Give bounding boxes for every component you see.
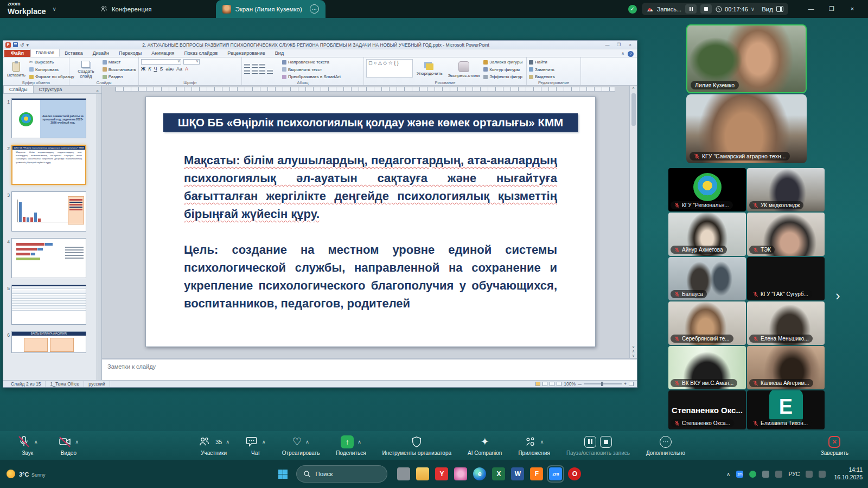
layout-button[interactable]: Макет (103, 60, 136, 65)
justify-icon[interactable] (267, 70, 273, 75)
slide-thumbnail-1[interactable]: 1 Анализ совместной работы за прошлый го… (4, 98, 98, 138)
numbering-icon[interactable] (252, 64, 258, 69)
tray-keyboard-icon[interactable] (806, 471, 813, 478)
font-name-select[interactable] (141, 59, 181, 65)
ppt-close-button[interactable]: × (626, 42, 635, 47)
timer-chevron-icon[interactable]: ∨ (751, 6, 755, 12)
reset-button[interactable]: Восстановить (103, 67, 136, 72)
section-button[interactable]: Раздел (103, 74, 136, 79)
quickaccess-chevron-icon[interactable]: ▾ (27, 42, 29, 48)
minimize-button[interactable]: — (801, 5, 821, 12)
bullets-icon[interactable] (244, 64, 250, 69)
select-button[interactable]: Выделить (529, 74, 555, 79)
ribbon-collapse-icon[interactable]: ∧ (621, 51, 624, 57)
scroll-thumb[interactable] (631, 93, 636, 126)
align-text-button[interactable]: Выровнять текст (282, 67, 341, 72)
apps-chevron-icon[interactable]: ∧ (540, 439, 544, 445)
scroll-up-icon[interactable]: ∧ (632, 86, 635, 90)
video-tile[interactable]: Балауса (668, 257, 746, 300)
video-tile[interactable]: КГУ "ГАК" Сугурб... (747, 257, 825, 300)
paste-button[interactable]: Вставить (5, 59, 27, 80)
tab-review[interactable]: Рецензирование (222, 50, 270, 57)
shape-fill-button[interactable]: Заливка фигуры (483, 60, 522, 65)
taskbar-clock[interactable]: 14:11 16.10.2025 (834, 466, 863, 481)
pane-tab-slides[interactable]: Слайды (3, 86, 34, 93)
taskbar-app-window[interactable] (397, 467, 410, 480)
tab-design[interactable]: Дизайн (88, 50, 114, 57)
indent-icon[interactable] (259, 64, 265, 69)
taskbar-app-excel[interactable]: X (492, 467, 505, 480)
align-left-icon[interactable] (244, 70, 250, 75)
shapes-gallery[interactable]: ◻ ○ △ ◇ ☆ { } (366, 59, 413, 78)
video-tile[interactable]: Е Елизавета Тихон... (747, 390, 825, 429)
participants-chevron-icon[interactable]: ∧ (226, 439, 229, 445)
video-tile[interactable]: Елена Меньшико... (747, 301, 825, 345)
pause-recording-button[interactable] (685, 4, 697, 14)
font-size-select[interactable] (183, 59, 200, 65)
zoom-slider[interactable] (584, 383, 622, 384)
record-control-button[interactable]: Пауза/остановить запись (561, 431, 635, 460)
next-slide-icon[interactable]: ∨ (632, 354, 635, 358)
italic-button[interactable]: К (148, 66, 151, 72)
video-button[interactable]: ∧ Видео (53, 431, 85, 460)
start-button[interactable] (278, 470, 288, 479)
chat-chevron-icon[interactable]: ∧ (262, 439, 266, 445)
smartart-button[interactable]: Преобразовать в SmartArt (282, 74, 341, 79)
share-button[interactable]: ↑ ∧ Поделиться (330, 431, 371, 460)
view-reading-button[interactable] (550, 382, 554, 386)
tab-view[interactable]: Вид (270, 50, 289, 57)
scroll-down-icon[interactable]: ∨ (632, 345, 635, 349)
tray-mic-icon[interactable] (775, 471, 782, 478)
taskbar-search[interactable]: Поиск (296, 465, 387, 483)
shape-effects-button[interactable]: Эффекты фигур (483, 74, 522, 79)
view-button[interactable]: Вид (762, 6, 783, 12)
tab-slideshow[interactable]: Показ слайдов (179, 50, 222, 57)
video-chevron-icon[interactable]: ∧ (75, 439, 79, 445)
tab-conference[interactable]: Конференция (100, 5, 152, 13)
audio-chevron-icon[interactable]: ∧ (34, 439, 38, 445)
share-chevron-icon[interactable]: ∧ (358, 439, 361, 445)
taskbar-app-yandex[interactable]: Y (435, 467, 448, 480)
notes-pane[interactable]: Заметки к слайду (102, 358, 637, 381)
view-slideshow-button[interactable] (557, 382, 561, 386)
close-button[interactable]: × (842, 5, 863, 12)
language-indicator[interactable]: РУС (788, 471, 800, 477)
participants-button[interactable]: 35 ∧ Участники (193, 431, 235, 460)
video-tile[interactable]: КГУ "Самарский аграрно-техн... (686, 94, 807, 163)
ppt-maximize-button[interactable]: ❐ (614, 42, 623, 47)
video-tile[interactable]: Айнур Ахметова (668, 213, 746, 256)
slide-thumbnail-3[interactable]: 3 (4, 191, 98, 232)
video-tile[interactable]: Серебрянский те... (668, 301, 746, 345)
tab-transitions[interactable]: Переходы (114, 50, 146, 57)
arrange-button[interactable]: Упорядочить (415, 59, 444, 80)
strikethrough-button[interactable]: abc (165, 66, 174, 72)
help-icon[interactable]: ? (628, 51, 634, 57)
taskbar-app-explorer[interactable] (416, 467, 429, 480)
stop-record-icon[interactable] (600, 436, 612, 448)
shape-outline-button[interactable]: Контур фигуры (483, 67, 522, 72)
shadow-button[interactable]: S (159, 66, 163, 72)
react-button[interactable]: ♡ ∧ Отреагировать (277, 431, 326, 460)
tab-insert[interactable]: Вставка (60, 50, 87, 57)
stop-recording-button[interactable] (700, 4, 712, 14)
font-color-button[interactable]: А (185, 66, 188, 72)
host-tools-button[interactable]: Инструменты организатора (377, 431, 457, 460)
ppt-minimize-button[interactable]: — (603, 42, 612, 47)
tab-screen-share[interactable]: Экран (Лилия Куземко) ⋯ (216, 0, 326, 18)
more-button[interactable]: ⋯ Дополнительно (641, 431, 691, 460)
video-tile-active-speaker[interactable]: Лилия Куземко (686, 24, 807, 93)
taskbar-app-opera[interactable]: O (568, 467, 581, 480)
tray-chevron-up-icon[interactable]: ∧ (726, 471, 730, 477)
view-normal-button[interactable] (535, 382, 540, 386)
tab-animation[interactable]: Анимация (146, 50, 179, 57)
save-icon[interactable] (13, 42, 18, 47)
search-highlight-image[interactable] (372, 467, 385, 480)
tray-volume-icon[interactable] (819, 471, 826, 478)
slide-thumbnail-2[interactable]: 2 ШҚО ББ «Өңірлік психологиялық қолдау ж… (4, 145, 98, 185)
pause-record-icon[interactable] (584, 436, 596, 448)
end-meeting-button[interactable]: × Завершить (815, 431, 854, 460)
workspace-chevron-icon[interactable]: ∨ (53, 6, 56, 12)
slide-thumbnail-5[interactable]: 5 (4, 285, 98, 325)
video-tile[interactable]: Калиева Айгерим... (747, 346, 825, 389)
chat-button[interactable]: ∧ Чат (240, 431, 271, 460)
